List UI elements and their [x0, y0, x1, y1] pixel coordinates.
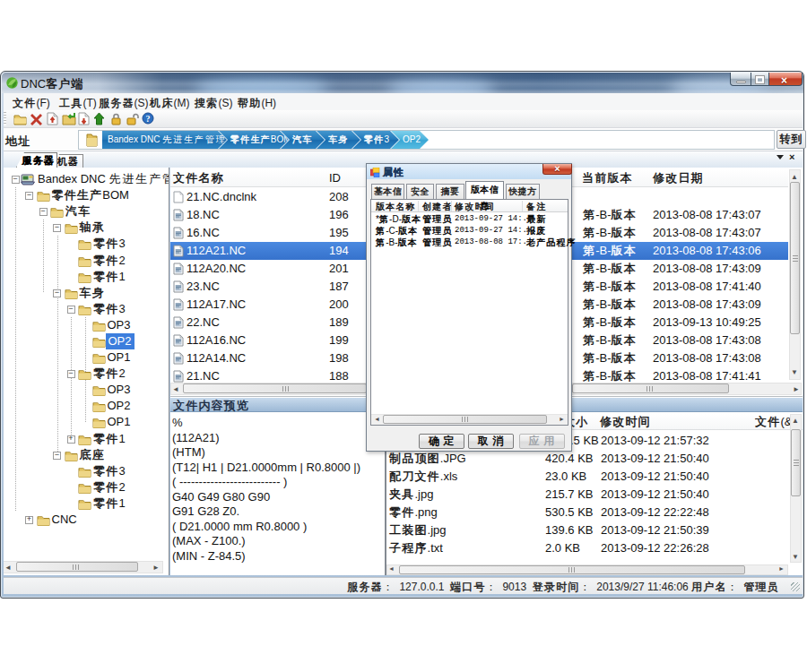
svg-text:?: ? — [146, 114, 151, 124]
